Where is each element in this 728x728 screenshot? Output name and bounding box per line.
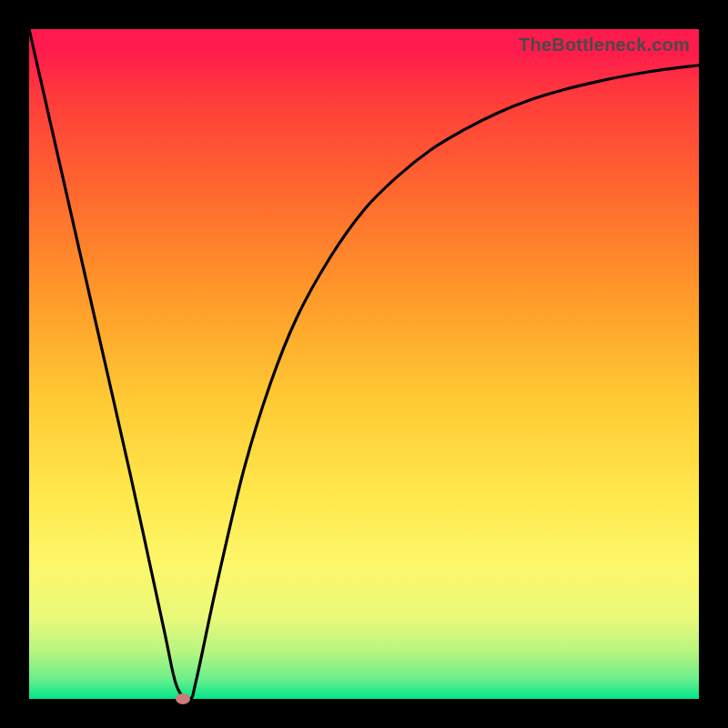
optimal-point-marker (176, 693, 190, 704)
chart-container: TheBottleneck.com (0, 0, 728, 728)
plot-area: TheBottleneck.com (29, 29, 699, 699)
curve-path (29, 29, 699, 699)
bottleneck-curve (29, 29, 699, 699)
